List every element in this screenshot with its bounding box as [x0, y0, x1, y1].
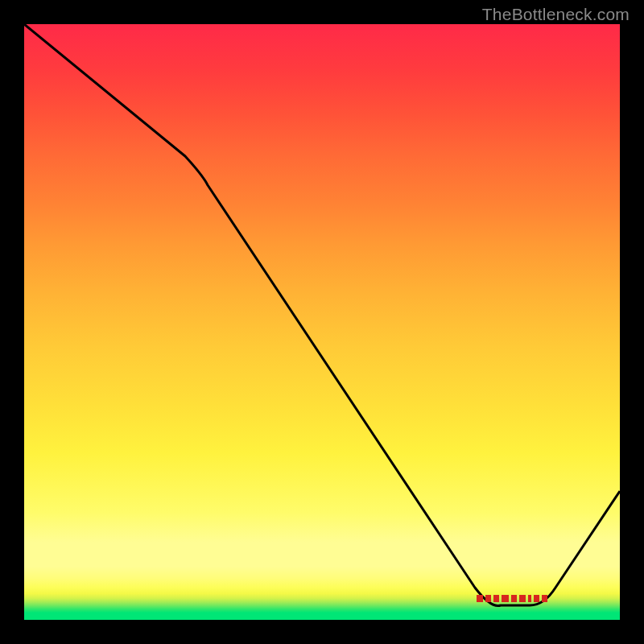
bottom-label	[477, 595, 547, 602]
chart-frame: TheBottleneck.com	[0, 0, 644, 644]
svg-rect-0	[477, 595, 483, 602]
svg-rect-8	[542, 595, 547, 602]
svg-rect-1	[485, 595, 491, 602]
svg-rect-2	[493, 595, 499, 602]
svg-rect-5	[519, 595, 526, 602]
curve-line	[24, 24, 620, 606]
plot-area	[24, 24, 620, 620]
chart-svg	[24, 24, 620, 620]
svg-rect-3	[502, 595, 509, 602]
svg-rect-6	[528, 595, 531, 602]
svg-rect-4	[511, 595, 517, 602]
watermark-text: TheBottleneck.com	[482, 5, 630, 24]
svg-rect-7	[534, 595, 539, 602]
